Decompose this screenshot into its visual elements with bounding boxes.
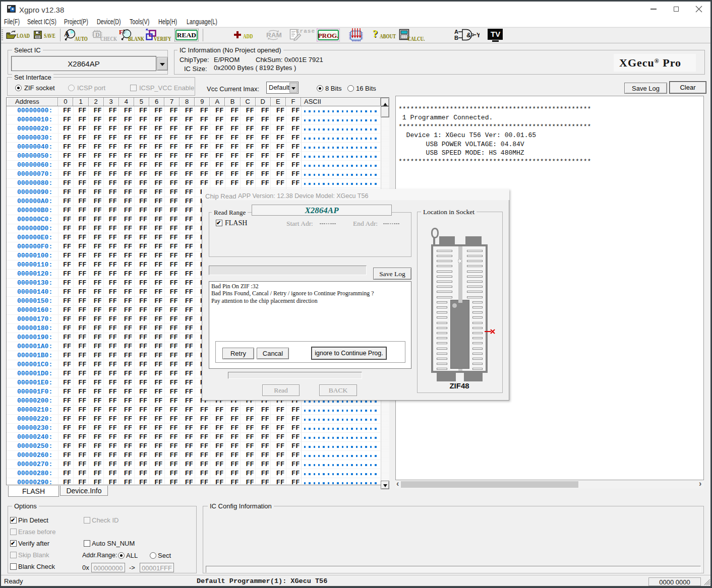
svg-text:B: B (454, 35, 458, 41)
svg-text:&: & (466, 31, 471, 39)
svg-text:Y: Y (477, 32, 480, 39)
svg-text:A: A (454, 29, 458, 35)
